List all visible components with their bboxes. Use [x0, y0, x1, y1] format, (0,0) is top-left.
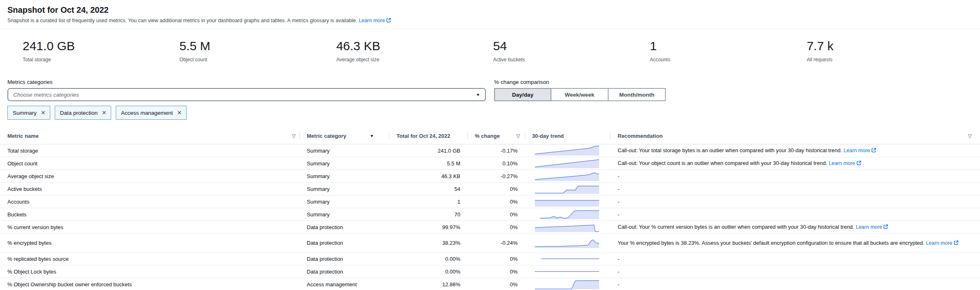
metric-total-cell: 241.0 GB	[390, 148, 468, 154]
percent-change-cell: -0.17%	[468, 148, 525, 154]
filter-icon[interactable]: ▽	[292, 133, 296, 139]
table-row: Active bucketsSummary540%-	[0, 183, 980, 195]
metric-total-cell: 54	[390, 186, 468, 192]
column-header-change[interactable]: % change▽	[468, 128, 525, 144]
segment-week-week[interactable]: Week/week	[551, 88, 609, 101]
column-header-label: Metric category	[307, 133, 346, 139]
filter-tag-summary: Summary✕	[7, 106, 50, 120]
change-comparison-toggle: Day/dayWeek/weekMonth/month	[494, 88, 666, 101]
external-link-icon	[386, 18, 391, 23]
recommendation-learn-more-link[interactable]: Learn more	[829, 160, 861, 166]
sparkline-chart	[534, 209, 600, 220]
filter-icon[interactable]: ▽	[968, 133, 972, 139]
dismiss-tag-icon[interactable]: ✕	[102, 110, 107, 116]
page-header: Snapshot for Oct 24, 2022 Snapshot is a …	[0, 0, 980, 29]
column-header-label: Total for Oct 24, 2022	[397, 133, 450, 139]
metric-total-cell: 70	[390, 211, 468, 218]
kpi-value: 1	[650, 39, 807, 53]
recommendation-cell: -	[611, 255, 980, 263]
metric-total-cell: 0.00%	[390, 269, 468, 275]
trend-cell	[525, 253, 611, 264]
recommendation-cell: -	[611, 198, 980, 206]
metric-name-cell: Object count	[0, 160, 300, 167]
metric-category-cell: Data protection	[300, 240, 390, 246]
chevron-down-icon: ▼	[476, 93, 480, 97]
recommendation-cell: -	[611, 281, 980, 288]
percent-change-cell: 0%	[468, 269, 525, 275]
kpi-value: 5.5 M	[180, 39, 336, 53]
kpi-value: 54	[493, 39, 650, 53]
metric-name-cell: Average object size	[0, 173, 300, 179]
table-row: Total storageSummary241.0 GB-0.17%Call-o…	[0, 144, 980, 157]
recommendation-cell: -	[611, 268, 980, 276]
metrics-categories-control: Metrics categories Choose metrics catego…	[7, 79, 486, 101]
percent-change-cell: -0.27%	[468, 173, 525, 179]
percent-change-cell: 0%	[468, 256, 525, 262]
filter-tag-label: Summary	[13, 110, 37, 116]
sparkline-chart	[534, 279, 600, 290]
trend-cell	[525, 183, 611, 194]
metric-name-cell: Accounts	[0, 199, 300, 205]
column-header-metric-category[interactable]: Metric category▼	[300, 128, 390, 144]
glossary-learn-more-link[interactable]: Learn more	[359, 18, 391, 23]
recommendation-learn-more-link[interactable]: Learn more	[844, 148, 876, 153]
metric-category-cell: Summary	[300, 211, 390, 218]
sort-descending-icon[interactable]: ▼	[370, 134, 374, 138]
trend-cell	[525, 171, 611, 181]
metric-category-cell: Summary	[300, 173, 390, 179]
metric-total-cell: 99.97%	[390, 224, 468, 230]
recommendation-cell: -	[611, 185, 980, 193]
kpi-all-requests: 7.7 kAll requests	[807, 39, 964, 63]
recommendation-learn-more-link[interactable]: Learn more	[856, 224, 888, 230]
trend-cell	[525, 222, 611, 232]
metrics-categories-label: Metrics categories	[7, 79, 486, 86]
table-row: Average object sizeSummary46.3 KB-0.27%-	[0, 170, 980, 183]
dismiss-tag-icon[interactable]: ✕	[41, 110, 46, 116]
table-row: AccountsSummary10%-	[0, 195, 980, 208]
glossary-learn-more-label: Learn more	[359, 18, 385, 23]
recommendation-text: -	[618, 186, 619, 192]
metric-category-cell: Summary	[300, 160, 390, 167]
kpi-label: Total storage	[23, 57, 180, 63]
sparkline-chart	[534, 238, 600, 248]
recommendation-learn-more-label: Learn more	[829, 160, 855, 166]
table-row: % current version bytesData protection99…	[0, 221, 980, 234]
column-header-recommendation[interactable]: Recommendation▽	[611, 128, 980, 144]
metric-name-cell: % current version bytes	[0, 224, 300, 230]
dismiss-tag-icon[interactable]: ✕	[177, 110, 182, 116]
metric-total-cell: 5.5 M	[390, 160, 468, 167]
column-header-metric-name[interactable]: Metric name▽	[0, 128, 300, 144]
metric-name-cell: Total storage	[0, 148, 300, 154]
metric-total-cell: 12.86%	[390, 281, 468, 288]
filter-tag-label: Access management	[121, 110, 173, 116]
filter-controls: Metrics categories Choose metrics catego…	[0, 73, 980, 101]
table-body: Total storageSummary241.0 GB-0.17%Call-o…	[0, 144, 980, 290]
recommendation-cell: Call-out: Your % current version bytes i…	[611, 223, 980, 231]
metric-category-cell: Data protection	[300, 269, 390, 275]
metric-name-cell: % replicated bytes source	[0, 256, 300, 262]
recommendation-cell: -	[611, 172, 980, 180]
recommendation-learn-more-label: Learn more	[856, 224, 882, 230]
percent-change-cell: 0.10%	[468, 160, 525, 167]
recommendation-learn-more-link[interactable]: Learn more	[926, 240, 959, 246]
table-row: Object countSummary5.5 M0.10%Call-out: Y…	[0, 157, 980, 170]
kpi-average-object-size: 46.3 KBAverage object size	[336, 39, 493, 63]
metric-name-cell: % Object Ownership bucket owner enforced…	[0, 281, 300, 288]
column-header-total-for-oct-24-2022[interactable]: Total for Oct 24, 2022	[390, 128, 468, 144]
percent-change-cell: -0.24%	[468, 240, 525, 246]
column-header-label: Recommendation	[618, 133, 663, 139]
segment-month-month[interactable]: Month/month	[609, 88, 666, 101]
recommendation-cell: -	[611, 211, 980, 218]
metric-category-cell: Summary	[300, 148, 390, 154]
table-row: % encrypted bytesData protection38.23%-0…	[0, 234, 980, 253]
recommendation-cell: Your % encrypted bytes is 38.23%. Assess…	[611, 239, 980, 247]
external-link-icon	[954, 240, 959, 245]
filter-icon[interactable]: ▽	[516, 133, 520, 139]
segment-day-day[interactable]: Day/day	[494, 88, 551, 101]
metrics-categories-select[interactable]: Choose metrics categories ▼	[7, 88, 486, 101]
kpi-active-buckets: 54Active buckets	[493, 39, 650, 63]
column-header-30-day-trend[interactable]: 30-day trend	[525, 128, 611, 144]
external-link-icon	[883, 224, 888, 229]
recommendation-cell: Call-out: Your object count is an outlie…	[611, 159, 980, 167]
metric-category-cell: Data protection	[300, 256, 390, 262]
